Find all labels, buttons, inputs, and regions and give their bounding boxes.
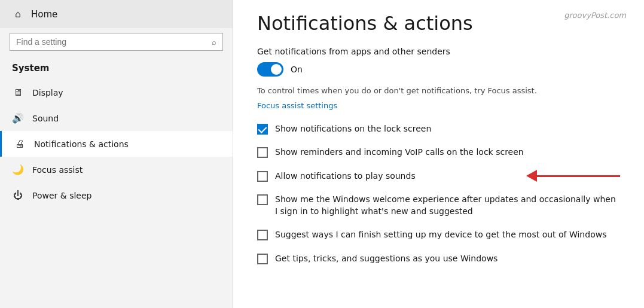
- search-icon[interactable]: ⌕: [212, 38, 216, 47]
- checkbox-label-tips: Get tips, tricks, and suggestions as you…: [275, 253, 498, 265]
- sidebar-item-focus[interactable]: 🌙 Focus assist: [0, 157, 233, 182]
- sidebar-item-power[interactable]: ⏻ Power & sleep: [0, 182, 233, 208]
- sidebar-item-label: Sound: [32, 114, 59, 123]
- arrow-line: [536, 175, 620, 177]
- sidebar-item-label: Display: [32, 88, 63, 97]
- notifications-toggle[interactable]: [257, 62, 283, 77]
- checkbox-label-suggest: Suggest ways I can finish setting up my …: [275, 229, 606, 241]
- checkbox-lock-screen[interactable]: [257, 124, 268, 135]
- arrow-head: [526, 170, 537, 182]
- search-input[interactable]: [16, 37, 208, 47]
- arrow-annotation: [526, 170, 620, 182]
- sound-icon: 🔊: [12, 112, 24, 124]
- checkbox-label-reminders: Show reminders and incoming VoIP calls o…: [275, 147, 524, 158]
- sidebar: ⌂ Home ⌕ System 🖥 Display 🔊 Sound 🖨 Noti…: [0, 0, 233, 308]
- main-content: groovyPost.com Notifications & actions G…: [233, 0, 644, 308]
- checkbox-sounds[interactable]: [257, 171, 268, 182]
- power-icon: ⏻: [12, 190, 24, 201]
- checkbox-label-sounds: Allow notifications to play sounds: [275, 170, 416, 182]
- sidebar-item-sound[interactable]: 🔊 Sound: [0, 105, 233, 131]
- sidebar-section-label: System: [0, 59, 233, 80]
- sidebar-item-label: Power & sleep: [32, 191, 91, 200]
- checkbox-row-reminders: Show reminders and incoming VoIP calls o…: [257, 144, 620, 161]
- checkbox-row-suggest: Suggest ways I can finish setting up my …: [257, 227, 620, 243]
- sidebar-home[interactable]: ⌂ Home: [0, 0, 233, 28]
- checkbox-suggest[interactable]: [257, 230, 268, 240]
- focus-assist-link[interactable]: Focus assist settings: [257, 101, 337, 110]
- checkbox-row-sounds: Allow notifications to play sounds: [257, 168, 620, 185]
- checkbox-reminders[interactable]: [257, 147, 268, 158]
- display-icon: 🖥: [12, 87, 24, 98]
- checkbox-row-welcome: Show me the Windows welcome experience a…: [257, 191, 620, 219]
- sidebar-item-notifications[interactable]: 🖨 Notifications & actions: [0, 131, 233, 157]
- toggle-section-label: Get notifications from apps and other se…: [257, 47, 620, 56]
- focus-icon: 🌙: [12, 164, 24, 175]
- home-icon: ⌂: [12, 8, 24, 20]
- checkbox-tips[interactable]: [257, 254, 268, 264]
- home-label: Home: [31, 9, 57, 20]
- focus-description: To control times when you do or don't ge…: [257, 85, 620, 97]
- checkbox-row-tips: Get tips, tricks, and suggestions as you…: [257, 251, 620, 267]
- toggle-label: On: [291, 65, 303, 74]
- toggle-row: On: [257, 62, 620, 77]
- checkbox-row-lock-screen: Show notifications on the lock screen: [257, 121, 620, 138]
- sidebar-item-display[interactable]: 🖥 Display: [0, 80, 233, 105]
- notifications-icon: 🖨: [14, 138, 26, 150]
- search-box[interactable]: ⌕: [10, 33, 223, 51]
- watermark: groovyPost.com: [564, 11, 626, 20]
- checkbox-label-welcome: Show me the Windows welcome experience a…: [275, 194, 620, 217]
- checkbox-welcome[interactable]: [257, 194, 268, 205]
- checkbox-label-lock-screen: Show notifications on the lock screen: [275, 123, 431, 135]
- sidebar-item-label: Focus assist: [32, 165, 83, 175]
- sidebar-item-label: Notifications & actions: [34, 139, 129, 149]
